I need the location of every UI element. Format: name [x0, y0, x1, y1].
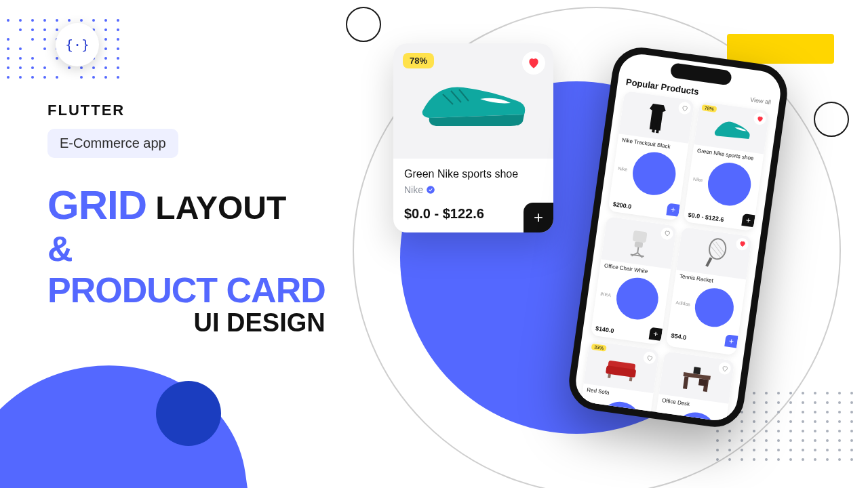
svg-point-14	[693, 285, 737, 329]
svg-rect-18	[629, 377, 633, 381]
product-image: 78%	[393, 43, 553, 159]
headline-grid: GRID	[47, 182, 146, 228]
headline-productcard: PRODUCT CARD	[47, 272, 326, 309]
heart-icon	[646, 354, 654, 362]
svg-rect-23	[698, 378, 707, 386]
headline-amp: &	[47, 230, 326, 268]
add-to-cart-button[interactable]: +	[524, 203, 553, 232]
favorite-button[interactable]	[735, 237, 749, 251]
product-card[interactable]: 78%Green Nike sports shoeNike $0.0 - $12…	[683, 102, 770, 232]
favorite-button[interactable]	[522, 52, 545, 75]
favorite-button[interactable]	[643, 351, 656, 365]
verified-icon	[609, 270, 666, 327]
decor-yellow-bar	[727, 34, 834, 64]
headline: GRID LAYOUT & PRODUCT CARD UI DESIGN	[47, 184, 326, 337]
verified-icon	[426, 185, 435, 195]
product-price: $140.0	[595, 325, 614, 334]
headline-layout: LAYOUT	[155, 190, 286, 226]
favorite-button[interactable]	[753, 112, 766, 125]
product-price: $0.0 - $122.6	[404, 206, 542, 222]
svg-point-4	[705, 160, 754, 209]
discount-badge: 78%	[701, 104, 717, 113]
discount-badge: 33%	[591, 344, 607, 352]
product-price: $200.0	[612, 201, 632, 210]
svg-point-3	[630, 149, 679, 198]
product-brand: Nike	[686, 153, 763, 214]
category-pill: E-Commerce app	[47, 129, 178, 158]
view-all-link[interactable]: View all	[750, 96, 772, 105]
product-card[interactable]: Nike Tracksuit BlackNike $200.0+	[608, 91, 694, 221]
decor-dark-circle	[156, 381, 221, 446]
add-button[interactable]: +	[724, 334, 738, 348]
svg-rect-24	[693, 367, 701, 374]
shoe-icon	[416, 70, 531, 131]
favorite-button[interactable]	[718, 361, 732, 375]
product-brand: Nike	[404, 184, 423, 195]
verified-icon	[701, 155, 759, 214]
decor-ring-small-2	[814, 102, 849, 137]
product-brand: IKEA	[593, 268, 669, 327]
favorite-button[interactable]	[677, 101, 691, 115]
eyebrow-text: FLUTTER	[47, 102, 326, 119]
heart-icon	[680, 104, 688, 112]
svg-rect-5	[633, 230, 648, 243]
svg-rect-21	[683, 376, 688, 389]
svg-rect-17	[608, 374, 611, 378]
svg-rect-6	[634, 241, 643, 248]
product-price: $54.0	[671, 332, 687, 341]
product-name: Green Nike sports shoe	[404, 168, 542, 180]
heart-icon	[527, 56, 540, 70]
heart-icon	[755, 115, 764, 123]
svg-point-0	[427, 186, 435, 194]
svg-point-11	[614, 275, 661, 323]
add-button[interactable]: +	[666, 203, 679, 216]
product-card[interactable]: Office Chair WhiteIKEA $140.0+	[591, 216, 677, 345]
add-button[interactable]: +	[741, 214, 755, 227]
heart-icon	[721, 364, 729, 372]
featured-product-card[interactable]: 78% Green Nike sports shoe Nike $0.0 - $…	[393, 43, 553, 232]
headline-uidesign: UI DESIGN	[47, 310, 326, 337]
product-brand: Nike	[610, 142, 688, 203]
heart-icon	[663, 229, 671, 237]
plus-icon: +	[534, 208, 543, 227]
verified-icon	[688, 281, 741, 333]
verified-icon	[625, 144, 684, 203]
discount-badge: 78%	[403, 53, 434, 68]
product-price: $0.0 - $122.6	[688, 211, 724, 223]
svg-line-7	[637, 247, 638, 253]
svg-rect-13	[705, 258, 712, 267]
decor-ring-small-1	[346, 7, 381, 42]
product-card[interactable]: Office DeskIKEA +	[648, 351, 735, 431]
favorite-button[interactable]	[660, 226, 673, 240]
product-card[interactable]: Tennis RacketAdidas $54.0+	[666, 227, 753, 356]
add-button[interactable]: +	[649, 327, 663, 341]
brand-logo: {·}	[56, 23, 99, 66]
heart-icon	[738, 240, 746, 248]
